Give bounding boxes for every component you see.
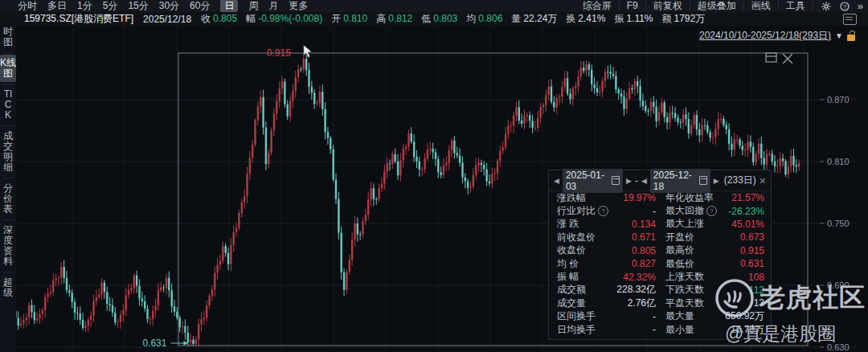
prev-start-date-button[interactable]: ◀ (554, 177, 559, 185)
timeframe-item-0[interactable]: 分时 (18, 0, 37, 12)
field-label: 振 (614, 13, 624, 24)
sidebar-item-4[interactable]: 分价表 (2, 180, 14, 218)
stock-symbol: 159735.SZ[港股消费ETF] (24, 12, 133, 26)
stats-value: 21.57% (731, 192, 764, 203)
start-date-picker[interactable]: 2025-01-03 (563, 169, 623, 193)
stats-label: 行业对比? (557, 204, 608, 218)
stats-cell: 行业对比?- (549, 204, 664, 218)
stats-label: 下跌天数 (665, 283, 704, 297)
stats-label: 最大回撤? (665, 204, 717, 218)
divider (778, 2, 779, 10)
stock-info-bar: 159735.SZ[港股消费ETF] 2025/12/18 收0.805幅-0.… (0, 12, 868, 26)
interval-stats-panel: ◀ 2025-01-03 ▶ - ◀ 2025-12-18 ▶ (233日) ×… (548, 170, 772, 340)
timeframe-item-5[interactable]: 30分 (159, 0, 179, 12)
tools-menu: 综合屏F9前复权超级叠加画线工具?» (583, 0, 863, 12)
timeframe-item-2[interactable]: 1分 (77, 0, 92, 12)
stock-field-1: 幅-0.98%(-0.008) (246, 12, 322, 26)
stats-label: 前收盘价 (557, 231, 596, 244)
stats-cell: 下跌天数112 (664, 283, 771, 297)
stats-label: 平盘天数 (665, 297, 704, 310)
timeframe-item-7[interactable]: 日 (220, 0, 238, 12)
stats-cell: 成交额228.32亿 (549, 283, 664, 297)
stats-value: 0.631 (740, 258, 764, 269)
next-end-date-button[interactable]: ▶ (714, 177, 719, 185)
tool-item-4[interactable]: 画线 (751, 0, 771, 12)
divider (2, 272, 14, 272)
stock-field-5: 均0.806 (466, 12, 502, 26)
field-label: 高 (376, 13, 386, 24)
stats-cell: 最大上涨45.01% (664, 217, 771, 231)
stats-value: 0.827 (632, 258, 656, 269)
date-separator: - (635, 175, 638, 186)
timeframe-item-3[interactable]: 5分 (103, 0, 118, 12)
range-selector[interactable]: 2024/10/10-2025/12/18(293日) ▼ (699, 29, 855, 43)
stats-value: 0.671 (632, 231, 656, 243)
help-icon[interactable]: ? (706, 206, 717, 216)
field-value: 0.810 (343, 13, 367, 24)
stats-label: 最高价 (665, 244, 694, 257)
svg-text:0.810: 0.810 (827, 157, 850, 166)
chevron-down-icon[interactable]: ▼ (835, 31, 843, 40)
next-start-date-button[interactable]: ▶ (626, 177, 632, 185)
stats-cell: 最大量650.92万 (664, 309, 771, 323)
stats-value: 0.673 (740, 231, 764, 243)
stats-panel-header: ◀ 2025-01-03 ▶ - ◀ 2025-12-18 ▶ (233日) × (549, 170, 771, 191)
field-label: 额 (662, 13, 672, 24)
sidebar-item-6[interactable]: 超级 (2, 274, 14, 301)
stats-value: - (653, 206, 656, 217)
help-icon[interactable]: ? (598, 206, 608, 216)
range-text[interactable]: 2024/10/10-2025/12/18(293日) (699, 29, 831, 43)
field-value: 1792万 (674, 13, 706, 24)
stats-value: - (653, 311, 656, 322)
stats-label: 均 价 (557, 257, 579, 271)
stats-cell: 均 价0.827 (549, 257, 664, 271)
divider (2, 125, 14, 126)
stats-cell: 涨 跌0.134 (549, 217, 664, 231)
svg-text:0.631: 0.631 (142, 338, 166, 349)
close-icon[interactable]: × (760, 175, 766, 186)
divider (645, 2, 646, 10)
stats-value: 228.32亿 (616, 283, 656, 297)
stats-row-8: 成交量2.76亿平盘天数13 (549, 297, 771, 309)
tool-item-0[interactable]: 综合屏 (583, 0, 612, 12)
sidebar-item-1[interactable]: K线图 (0, 55, 16, 82)
tool-item-3[interactable]: 超级叠加 (698, 0, 736, 12)
tool-item-1[interactable]: F9 (627, 0, 638, 12)
stats-cell: 最高价0.915 (664, 244, 771, 257)
gear-icon[interactable] (821, 1, 832, 12)
stock-field-2: 开0.810 (331, 12, 367, 26)
field-label: 换 (566, 13, 575, 24)
stats-label: 上涨天数 (665, 270, 704, 284)
sidebar-item-2[interactable]: TICK (2, 86, 14, 124)
sidebar-item-3[interactable]: 成交明细 (2, 128, 14, 176)
stats-label: 成交额 (557, 283, 586, 297)
timeframe-item-8[interactable]: 周 (248, 0, 258, 12)
divider (619, 2, 620, 10)
timeframe-item-1[interactable]: 多日 (47, 0, 67, 12)
stock-field-6: 量22.24万 (511, 12, 557, 26)
divider (690, 2, 690, 10)
help-icon[interactable]: ? (839, 1, 850, 12)
timeframe-item-6[interactable]: 60分 (190, 0, 210, 12)
tool-item-2[interactable]: 前复权 (653, 0, 682, 12)
mini-widget-icon[interactable] (843, 14, 857, 25)
timeframe-item-4[interactable]: 15分 (128, 0, 148, 12)
stats-value: -26.23% (728, 206, 764, 217)
timeframe-item-9[interactable]: 月 (268, 0, 278, 12)
stats-row-10: 日均换手-最小量16.78万 (549, 323, 771, 336)
stats-cell: 最低价0.631 (664, 257, 771, 271)
stock-field-8: 振1.11% (614, 12, 653, 26)
start-date: 2025-01-03 (566, 170, 609, 192)
sidebar: 分时图K线图TICK成交明细分价表深度资料超级 (0, 11, 16, 352)
stats-value: 42.32% (623, 272, 656, 283)
unlock-icon[interactable] (847, 35, 855, 41)
double-chevron-icon[interactable]: » (858, 1, 863, 12)
end-date-picker[interactable]: 2025-12-18 (650, 169, 710, 193)
prev-end-date-button[interactable]: ◀ (641, 177, 647, 185)
sidebar-item-5[interactable]: 深度资料 (2, 222, 14, 270)
tool-item-5[interactable]: 工具 (786, 0, 805, 12)
timeframe-item-10[interactable]: 更多 (289, 0, 308, 12)
mouse-cursor-icon (304, 45, 312, 57)
stats-cell: 最大回撤?-26.23% (664, 204, 771, 218)
svg-text:0.690: 0.690 (827, 280, 850, 290)
